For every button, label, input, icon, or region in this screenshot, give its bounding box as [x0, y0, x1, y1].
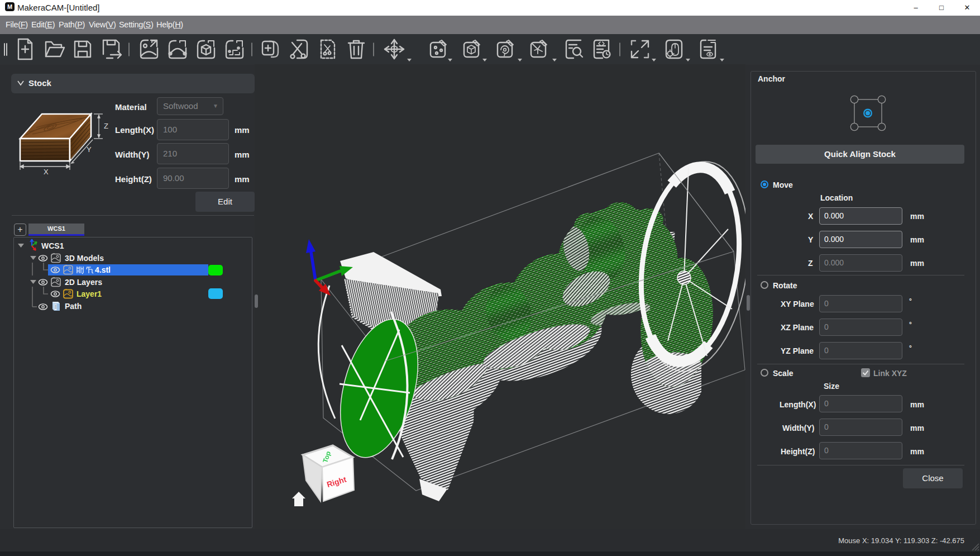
- svg-text:Z: Z: [104, 122, 108, 130]
- svg-text:X: X: [44, 168, 49, 176]
- svg-text:2D Layers: 2D Layers: [65, 278, 102, 287]
- svg-text:Y: Y: [87, 145, 92, 154]
- svg-text:4.stl: 4.stl: [95, 265, 111, 274]
- svg-text:WCS1: WCS1: [41, 241, 64, 250]
- svg-text:Layer1: Layer1: [77, 289, 102, 298]
- svg-text:Path: Path: [65, 302, 82, 311]
- svg-text:3D Models: 3D Models: [65, 254, 104, 263]
